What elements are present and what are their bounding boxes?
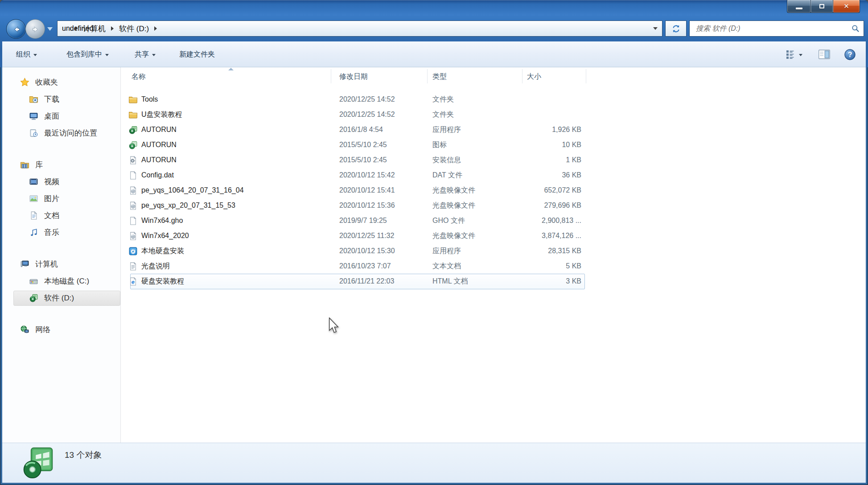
sidebar-item-downloads[interactable]: 下载 <box>2 90 120 107</box>
toolbar: 组织包含到库中共享新建文件夹 ? <box>2 41 866 67</box>
preview-pane-button[interactable] <box>818 42 831 67</box>
breadcrumb-item-drive-d[interactable]: 软件 (D:) <box>115 24 153 34</box>
file-row[interactable]: Tools2020/12/25 14:52文件夹 <box>121 92 866 107</box>
file-size <box>500 92 581 107</box>
column-separator[interactable] <box>427 69 428 83</box>
file-name: 光盘说明 <box>141 259 170 274</box>
sidebar-item-pictures[interactable]: 图片 <box>2 190 120 207</box>
mouse-cursor <box>328 317 340 335</box>
toolbar-button-label: 组织 <box>16 50 30 59</box>
sidebar-group-label: 收藏夹 <box>35 77 58 87</box>
sidebar-item-label: 文档 <box>44 210 59 221</box>
file-name: Tools <box>141 92 158 107</box>
file-size: 3,874,126 ... <box>500 228 581 243</box>
folder-icon <box>128 95 138 104</box>
file-row[interactable]: Win7x64_20202020/12/25 11:32光盘映像文件3,874,… <box>121 228 866 243</box>
file-type: 文件夹 <box>432 107 454 122</box>
file-type: GHO 文件 <box>432 213 465 228</box>
column-separator[interactable] <box>522 69 522 83</box>
sidebar-item-desktop[interactable]: 桌面 <box>2 107 120 124</box>
sidebar-group-header-computer[interactable]: 计算机 <box>2 255 120 272</box>
sidebar-item-disk-d[interactable]: 软件 (D:) <box>2 289 120 306</box>
window-controls: ✕ <box>787 0 860 13</box>
new-folder-button[interactable]: 新建文件夹 <box>179 42 215 67</box>
file-row[interactable]: pe_yqs_xp_20_07_31_15_532020/10/12 15:36… <box>121 198 866 213</box>
file-name: Config.dat <box>141 168 174 183</box>
column-separator[interactable] <box>331 69 331 83</box>
file-type: 应用程序 <box>432 243 461 259</box>
file-name: AUTORUN <box>141 137 177 152</box>
sidebar-group-network: 网络 <box>2 321 120 338</box>
svg-text:?: ? <box>848 51 852 58</box>
sidebar-item-label: 桌面 <box>44 111 59 121</box>
forward-button[interactable] <box>25 19 45 39</box>
search-icon[interactable] <box>851 24 860 33</box>
column-header-date[interactable]: 修改日期 <box>339 72 368 82</box>
back-button[interactable] <box>6 19 26 39</box>
column-header-type[interactable]: 类型 <box>432 72 447 82</box>
help-button[interactable]: ? <box>844 42 856 67</box>
file-type: HTML 文档 <box>432 274 468 289</box>
file-row[interactable]: Win7x64.gho2019/9/7 19:25GHO 文件2,900,813… <box>121 213 866 228</box>
sidebar-item-disk-c[interactable]: 本地磁盘 (C:) <box>2 272 120 289</box>
address-dropdown-icon[interactable] <box>653 27 658 30</box>
music-icon <box>29 228 38 237</box>
chevron-down-icon <box>152 54 156 56</box>
setup-info-icon <box>128 156 138 165</box>
organize-button[interactable]: 组织 <box>16 42 37 67</box>
change-view-button[interactable] <box>786 42 802 67</box>
file-size: 652,072 KB <box>500 183 581 198</box>
file-row[interactable]: pe_yqs_1064_20_07_31_16_042020/10/12 15:… <box>121 183 866 198</box>
sidebar-group-header-favorites[interactable]: 收藏夹 <box>2 74 120 90</box>
breadcrumb-arrow-icon[interactable] <box>111 26 114 31</box>
share-button[interactable]: 共享 <box>135 42 156 67</box>
include-in-library-button[interactable]: 包含到库中 <box>66 42 109 67</box>
sidebar-item-music[interactable]: 音乐 <box>2 224 120 241</box>
file-name: Win7x64.gho <box>141 213 183 228</box>
refresh-button[interactable] <box>665 21 687 37</box>
sidebar-group-header-network[interactable]: 网络 <box>2 321 120 338</box>
file-row[interactable]: AUTORUN2016/1/8 4:54应用程序1,926 KB <box>121 122 866 137</box>
sidebar-group-computer: 计算机本地磁盘 (C:)软件 (D:) <box>2 255 120 306</box>
file-date-modified: 2020/12/25 14:52 <box>339 107 395 122</box>
file-type: 图标 <box>432 137 447 152</box>
close-icon: ✕ <box>843 2 849 10</box>
views-dropdown-icon <box>799 54 802 56</box>
sidebar-item-documents[interactable]: 文档 <box>2 207 120 224</box>
documents-icon <box>29 211 38 220</box>
file-name: 本地硬盘安装 <box>141 243 184 259</box>
toolbar-button-label: 包含到库中 <box>66 50 102 59</box>
sidebar-item-videos[interactable]: 视频 <box>2 173 120 190</box>
file-list: 名称 修改日期 类型 大小 Tools2020/12/25 14:52文件夹U盘… <box>121 67 866 443</box>
sidebar-item-label: 音乐 <box>44 227 59 238</box>
file-row[interactable]: AUTORUN2015/5/10 2:45图标10 KB <box>121 137 866 152</box>
breadcrumb-item-computer[interactable]: 计算机 <box>78 24 110 34</box>
sidebar-item-recent-places[interactable]: 最近访问的位置 <box>2 124 120 141</box>
file-row[interactable]: U盘安装教程2020/12/25 14:52文件夹 <box>121 107 866 122</box>
disc-image-icon <box>128 186 138 195</box>
file-blank-icon <box>128 171 138 180</box>
minimize-button[interactable] <box>787 0 811 13</box>
details-pane: 13 个对象 <box>2 443 866 483</box>
file-row[interactable]: Config.dat2020/10/12 15:42DAT 文件36 KB <box>121 168 866 183</box>
file-row[interactable]: e硬盘安装教程2016/11/21 22:03HTML 文档3 KB <box>121 274 866 289</box>
file-row[interactable]: 光盘说明2016/10/23 7:07文本文档5 KB <box>121 259 866 274</box>
sidebar-group-header-libraries[interactable]: 库 <box>2 156 120 173</box>
address-bar[interactable]: undefined 计算机软件 (D:) <box>57 21 662 37</box>
search-box[interactable] <box>689 21 864 37</box>
column-separator[interactable] <box>586 69 586 83</box>
sidebar-item-label: 下载 <box>44 94 59 104</box>
search-input[interactable] <box>695 24 851 33</box>
file-row[interactable]: AUTORUN2015/5/10 2:45安装信息1 KB <box>121 152 866 168</box>
file-type: 应用程序 <box>432 122 461 137</box>
maximize-button[interactable] <box>811 0 833 13</box>
file-row[interactable]: 本地硬盘安装2020/10/12 15:30应用程序28,315 KB <box>121 243 866 259</box>
navigation-pane: 收藏夹下载桌面最近访问的位置库视频图片文档音乐计算机本地磁盘 (C:)软件 (D… <box>2 67 121 443</box>
column-header-name[interactable]: 名称 <box>132 72 146 82</box>
recent-pages-dropdown[interactable] <box>47 27 53 31</box>
close-button[interactable]: ✕ <box>833 0 860 13</box>
breadcrumb-arrow-icon[interactable] <box>154 26 157 31</box>
column-header-size[interactable]: 大小 <box>527 72 541 82</box>
library-icon <box>20 160 29 169</box>
explorer-window: ✕ undefined 计算机软件 (D:) 组织包含到库中共享新建 <box>0 0 868 485</box>
